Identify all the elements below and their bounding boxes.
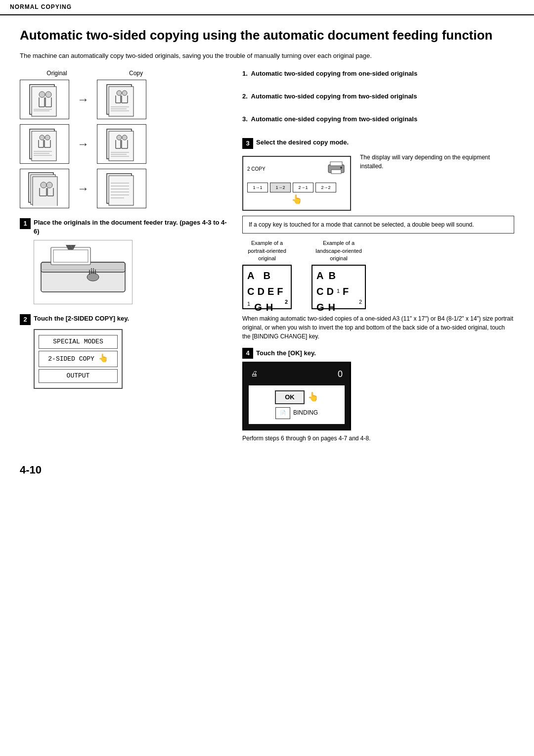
copy-btn-2to1[interactable]: 2→1 [293, 183, 313, 193]
diagram-row-2: → [20, 124, 227, 164]
copy-mode-label: 2 COPY [247, 166, 266, 173]
orig-copy-labels: Original Copy [20, 69, 227, 78]
item3-text: Automatic one-sided copying from two-sid… [251, 115, 418, 123]
landscape-example: Example of a landscape-oriented original… [312, 239, 366, 309]
step3-number: 3 [242, 138, 253, 149]
copy-btn-1to2[interactable]: 1→2 [270, 183, 291, 193]
ok-box-number: 0 [338, 368, 343, 380]
doc-copy-svg-2 [102, 127, 141, 161]
ab-letter-d: D [257, 284, 264, 298]
feeder-svg [36, 242, 130, 302]
example-section-wrapper: Example of a portrait-oriented original … [242, 239, 514, 309]
perform-text: Perform steps 6 through 9 on pages 4-7 a… [242, 434, 514, 443]
ab-letter-e: E [267, 284, 274, 298]
page-number: 4-10 [20, 463, 514, 478]
ls-g: G [316, 300, 324, 314]
diagram-row-3: → [20, 169, 227, 208]
doc-svg-1 [25, 82, 64, 117]
item2-text: Automatic two-sided copying from two-sid… [251, 93, 417, 100]
arrow-1: → [77, 91, 89, 108]
landscape-label: Example of a landscape-oriented original [315, 239, 362, 262]
ok-button[interactable]: OK [275, 390, 305, 404]
item2-label: 2. Automatic two-sided copying from two-… [242, 92, 514, 101]
printer-icon-sm: 🖨 [251, 369, 258, 379]
svg-point-54 [41, 182, 46, 188]
intro-text: The machine can automatically copy two-s… [20, 51, 514, 61]
portrait-label2: portrait-oriented [248, 248, 286, 254]
ab-letter-h: H [266, 300, 273, 314]
ok-button-row: OK 👆 [275, 390, 318, 404]
sm-row-2sided[interactable]: 2-SIDED COPY 👆 [39, 351, 118, 367]
doc-icon-copy-2 [97, 124, 146, 164]
numbered-item-3: 3. Automatic one-sided copying from two-… [242, 115, 514, 124]
step2-text: Touch the [2-SIDED COPY] key. [34, 314, 129, 323]
doc-icon-orig-2 [20, 124, 69, 164]
left-col: Original Copy [20, 69, 227, 453]
ls-row2: C D 1 F [316, 284, 361, 298]
step4-number: 4 [242, 348, 253, 359]
ab-box-portrait: A B C D E F 1 [242, 265, 292, 309]
item3-num: 3. [242, 115, 249, 123]
step1-header: 1 Place the originals in the document fe… [20, 218, 227, 236]
doc-orig-svg-2 [25, 127, 64, 161]
svg-rect-83 [330, 162, 342, 166]
doc-orig-svg-3 [25, 171, 64, 206]
output-label: OUTPUT [67, 372, 90, 379]
sub2-label: 2 [285, 298, 288, 306]
doc-icon-orig-3 [20, 169, 69, 208]
copy-mode-top: 2 COPY [247, 161, 346, 178]
top-bar-label: NORMAL COPYING [10, 3, 72, 10]
ok-inner: OK 👆 📄 BINDING [249, 385, 345, 424]
binding-row: 📄 BINDING [275, 407, 318, 419]
copy-printer-icon [326, 161, 346, 178]
ls-d: D [326, 284, 333, 298]
display-vary-text: The display will vary depending on the e… [360, 153, 514, 171]
step4-header: 4 Touch the [OK] key. [242, 348, 514, 359]
step1-text: Place the originals in the document feed… [34, 218, 227, 236]
step4-text: Touch the [OK] key. [256, 349, 316, 358]
doc-icon-copy-1 [97, 80, 146, 119]
ls-b: B [328, 269, 335, 283]
landscape-label3: original [330, 255, 347, 261]
ab-letter-c: C [247, 284, 254, 298]
ab-row1: A B [247, 269, 287, 283]
copy-btn-2to2[interactable]: 2→2 [315, 183, 336, 193]
svg-rect-1 [32, 87, 56, 116]
ls-c: C [316, 284, 323, 298]
svg-point-2 [39, 92, 45, 97]
right-col: 1. Automatic two-sided copying from one-… [242, 69, 514, 453]
ok-box-top: 🖨 0 [249, 368, 345, 380]
svg-point-85 [340, 167, 342, 169]
svg-rect-13 [109, 87, 134, 116]
ab-letter-g: G [254, 300, 262, 314]
diagram-row-1: → [20, 80, 227, 119]
svg-point-28 [45, 135, 50, 140]
step2-header: 2 Touch the [2-SIDED COPY] key. [20, 314, 227, 325]
svg-rect-75 [53, 250, 88, 262]
ls-sub1: 1 [337, 287, 340, 295]
landscape-label2: landscape-oriented [315, 248, 362, 254]
arrow-3: → [77, 180, 89, 197]
sm-row-special: SPECIAL MODES [39, 335, 118, 349]
doc-icon-orig-1 [20, 80, 69, 119]
item1-label: 1. Automatic two-sided copying from one-… [242, 69, 514, 78]
ok-box: 🖨 0 OK 👆 📄 BINDING [242, 362, 351, 430]
copy-mode-display: 2 COPY [242, 153, 351, 211]
copy-label: Copy [109, 69, 163, 78]
step3-text: Select the desired copy mode. [256, 138, 349, 147]
svg-rect-63 [109, 176, 134, 205]
ab-row3: 1 G H [247, 300, 287, 314]
top-bar: NORMAL COPYING [0, 0, 534, 15]
step1-image [34, 240, 133, 304]
doc-icon-copy-3 [97, 169, 146, 208]
cursor-icon: 👆 [98, 354, 108, 363]
svg-rect-26 [32, 131, 56, 161]
portrait-label: Example of a portrait-oriented original [248, 239, 286, 262]
svg-point-55 [46, 182, 52, 188]
svg-point-76 [87, 273, 99, 281]
item3-label: 3. Automatic one-sided copying from two-… [242, 115, 514, 124]
svg-rect-84 [331, 170, 341, 174]
portrait-label3: original [258, 255, 275, 261]
page-content: Automatic two-sided copying using the au… [0, 15, 534, 498]
copy-btn-1to1[interactable]: 1→1 [247, 183, 268, 193]
